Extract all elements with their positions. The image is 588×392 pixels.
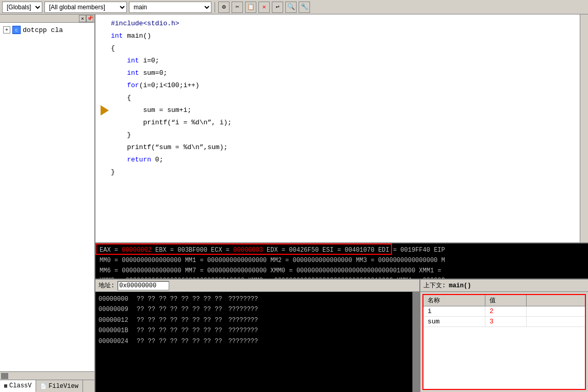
tab-fileview[interactable]: 📄 FileView [36, 380, 83, 392]
watch-col-name-header: 名称 [423, 295, 485, 306]
code-text-12: return 0; [111, 154, 163, 166]
memory-content-row: 00000000 ?? ?? ?? ?? ?? ?? ?? ?? ???????… [95, 292, 419, 392]
code-line-11: printf(“sum = %d\n”,sum); [99, 141, 576, 154]
members-dropdown[interactable]: [All global members] [44, 2, 127, 13]
tree-file-icon: C [12, 26, 21, 34]
function-dropdown[interactable]: main [129, 2, 211, 13]
toolbar-sep-1 [215, 2, 215, 12]
reg-space-2: ECX = [211, 247, 233, 254]
watch-row-sum: sum 3 [423, 317, 585, 327]
mem-chars-4: ???????? [228, 336, 258, 347]
reg-line-3: MM6 = 0000000000000000 MM7 = 00000000000… [100, 266, 584, 276]
watch-col-val-header: 值 [485, 295, 527, 306]
toolbar-icon-4[interactable]: ✕ [258, 2, 270, 13]
reg-line-1: EAX = 00000002 EBX = 003BF000 ECX = 0000… [100, 246, 584, 256]
code-editor[interactable]: #include<stdio.h> int main() { int i=0; [95, 14, 580, 242]
memory-addr-label: 地址: [99, 281, 115, 290]
watch-context-value: main() [449, 282, 471, 289]
code-text-6: for(i=0;i<100;i++) [111, 80, 200, 91]
mem-bytes-3: ?? ?? ?? ?? ?? ?? ?? ?? [137, 325, 222, 336]
code-line-6: for(i=0;i<100;i++) [99, 79, 576, 92]
mem-bytes-4: ?? ?? ?? ?? ?? ?? ?? ?? [137, 336, 222, 347]
code-vscroll[interactable] [580, 14, 588, 242]
mem-row-1: 00000009 ?? ?? ?? ?? ?? ?? ?? ?? ???????… [99, 304, 409, 315]
register-section: EAX = 00000002 EBX = 003BF000 ECX = 0000… [95, 242, 588, 279]
mem-addr-4: 00000024 [99, 336, 135, 347]
reg-space-1: EBX = [155, 247, 177, 254]
mem-chars-2: ???????? [228, 315, 258, 325]
tab-classv[interactable]: ▦ ClassV [0, 380, 36, 392]
globals-dropdown[interactable]: [Globals] [2, 2, 42, 13]
watch-cell-i-name: i [423, 306, 485, 316]
left-hscroll[interactable] [0, 371, 94, 380]
memory-addr-input[interactable] [118, 281, 169, 290]
close-icon[interactable]: ✕ [79, 15, 86, 22]
main-layout: ✕ 📌 + C dotcpp cla ▦ ClassV 📄 FileView [0, 14, 588, 392]
code-line-5: int sum=0; [99, 67, 576, 79]
reg-mm6-text: MM6 = 0000000000000000 MM7 = 00000000000… [100, 267, 442, 274]
code-line-3: { [99, 42, 576, 55]
code-container: #include<stdio.h> int main() { int i=0; [95, 14, 588, 242]
mem-bytes-0: ?? ?? ?? ?? ?? ?? ?? ?? [137, 294, 222, 304]
watch-header: 名称 值 [423, 295, 585, 306]
mem-row-2: 00000012 ?? ?? ?? ?? ?? ?? ?? ?? ???????… [99, 315, 409, 325]
code-line-2: int main() [99, 30, 576, 42]
watch-cell-sum-val: 3 [485, 317, 527, 326]
code-text-10: } [111, 129, 131, 141]
reg-mm0-text: MM0 = 0000000000000000 MM1 = 00000000000… [100, 257, 445, 264]
watch-panel: 上下文: main() 名称 值 i 2 sum 3 [420, 280, 588, 392]
tree-expand-btn[interactable]: + [3, 26, 10, 34]
arrow-8[interactable] [99, 105, 111, 116]
code-line-4: int i=0; [99, 55, 576, 67]
left-panel-tree: + C dotcpp cla [0, 23, 94, 371]
lower-row: 地址: 00000000 ?? ?? ?? ?? ?? ?? ?? ?? ???… [95, 279, 588, 392]
left-tabs: ▦ ClassV 📄 FileView [0, 380, 94, 392]
watch-cell-i-val: 2 [485, 306, 527, 316]
code-line-12: return 0; [99, 154, 576, 166]
mem-addr-1: 00000009 [99, 304, 135, 315]
register-display: EAX = 00000002 EBX = 003BF000 ECX = 0000… [95, 243, 588, 279]
left-panel-scroll-top: ✕ 📌 [0, 14, 94, 23]
code-text-11: printf(“sum = %d\n”,sum); [111, 142, 227, 153]
code-line-10: } [99, 129, 576, 141]
code-text-13: } [111, 167, 115, 178]
mem-row-0: 00000000 ?? ?? ?? ?? ?? ?? ?? ?? ???????… [99, 294, 409, 304]
toolbar: [Globals] [All global members] main ⚙ ✂ … [0, 0, 588, 14]
content-area: #include<stdio.h> int main() { int i=0; [95, 14, 588, 392]
code-text-4: int i=0; [111, 55, 159, 67]
tree-item-dotcpp[interactable]: + C dotcpp cla [2, 25, 92, 35]
reg-eax-val: 00000002 [122, 247, 152, 254]
scroll-thumb [1, 373, 8, 379]
code-text-1: #include<stdio.h> [111, 18, 179, 29]
toolbar-icon-6[interactable]: 🔍 [285, 2, 297, 13]
watch-toolbar: 上下文: main() [420, 280, 588, 292]
toolbar-icon-2[interactable]: ✂ [232, 2, 243, 13]
toolbar-icon-1[interactable]: ⚙ [218, 2, 230, 13]
reg-eax-label: EAX = [100, 247, 122, 254]
mem-row-3: 0000001B ?? ?? ?? ?? ?? ?? ?? ?? ???????… [99, 325, 409, 336]
mem-chars-3: ???????? [228, 325, 258, 336]
code-text-9: printf(“i = %d\n”, i); [111, 117, 232, 128]
code-text-8: sum = sum+i; [111, 105, 191, 116]
mem-bytes-2: ?? ?? ?? ?? ?? ?? ?? ?? [137, 315, 222, 325]
memory-vscroll[interactable] [412, 292, 419, 392]
pin-icon[interactable]: 📌 [86, 15, 93, 22]
reg-ecx-val: 00000003 [233, 247, 263, 254]
reg-ebx-val: 003BF000 [177, 247, 207, 254]
reg-xmm2-text: XMM2 = 00000000000000000000000000010000 … [100, 277, 445, 279]
tree-item-label: dotcpp cla [23, 26, 63, 34]
left-panel: ✕ 📌 + C dotcpp cla ▦ ClassV 📄 FileView [0, 14, 95, 392]
toolbar-icon-5[interactable]: ↩ [272, 2, 283, 13]
tab-fileview-label: FileView [48, 383, 78, 390]
mem-chars-0: ???????? [228, 294, 258, 304]
toolbar-icon-7[interactable]: 🔧 [299, 2, 310, 13]
memory-toolbar: 地址: [95, 280, 419, 292]
fileview-icon: 📄 [40, 383, 46, 389]
toolbar-icon-3[interactable]: 📋 [245, 2, 256, 13]
code-line-9: printf(“i = %d\n”, i); [99, 117, 576, 129]
code-text-2: int main() [111, 30, 151, 42]
watch-table: 名称 值 i 2 sum 3 [422, 294, 586, 390]
mem-bytes-1: ?? ?? ?? ?? ?? ?? ?? ?? [137, 304, 222, 315]
code-text-3: { [111, 43, 115, 54]
reg-space-3: EDX = 00426F50 ESI = 00401070 EDI = 0019… [267, 247, 445, 254]
